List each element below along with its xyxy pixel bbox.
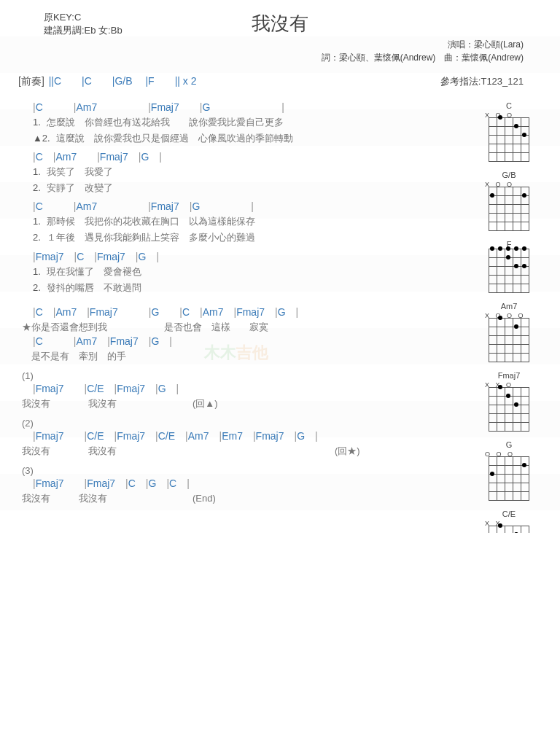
chord-diagram: G O O O	[483, 440, 534, 501]
chord-diagram: Am7X O O O	[483, 302, 534, 362]
lyric-line: 1.怎麼說 你曾經也有送花給我 說你愛我比愛自己更多	[18, 114, 472, 130]
chord-line: |Fmaj7 |C/E |Fmaj7 |G |	[18, 383, 472, 396]
chord-name: C	[483, 101, 534, 110]
chord-diagram: Fmaj7X X O	[483, 371, 534, 432]
intro-label: [前奏]	[18, 75, 44, 87]
performer: 演唱：梁心頤(Lara)	[15, 38, 524, 51]
chord-name: G/B	[483, 171, 534, 179]
chord-diagram: C/EX X	[483, 510, 534, 533]
chord-name: Am7	[483, 302, 534, 311]
lyric-line: ▲2.這麼說 說你愛我也只是個經過 心像風吹過的季節轉動	[18, 130, 472, 147]
lyric-line: 我沒有 我沒有 (End)	[18, 491, 472, 507]
lyric-line: 我沒有 我沒有 (回★)	[18, 443, 472, 459]
chord-name: C/E	[483, 510, 534, 518]
key-info: 原KEY:C	[44, 11, 122, 24]
section-number: (2)	[22, 418, 472, 429]
lyric-line: 1.現在我懂了 愛會褪色	[18, 264, 472, 280]
chord-line: |C |Am7 |Fmaj7 |G |	[18, 200, 472, 214]
chord-name: G	[483, 440, 534, 449]
chord-diagram: F	[483, 240, 534, 293]
lyric-line: 是不是有 牽別 的手	[18, 348, 472, 364]
lyric-line: ★你是否還會想到我 是否也會 這樣 寂寞	[18, 319, 472, 335]
intro-chords: ||C |C |G/B |F || x 2	[47, 75, 197, 87]
chord-name: Fmaj7	[483, 371, 534, 380]
chord-line: |Fmaj7 |C/E |Fmaj7 |C/E |Am7 |Em7 |Fmaj7…	[18, 430, 472, 443]
chord-line: |C |Am7 |Fmaj7 |G |	[18, 101, 472, 114]
chord-diagram: G/BX O O	[483, 171, 534, 231]
lyric-line: 我沒有 我沒有 (回▲)	[18, 396, 472, 412]
chord-line: |Fmaj7 |C |Fmaj7 |G |	[18, 251, 472, 264]
chord-line: |C |Am7 |Fmaj7 |G |C |Am7 |Fmaj7 |G |	[18, 306, 472, 319]
lyric-line: 1.我笑了 我愛了	[18, 164, 472, 180]
chord-line: |C |Am7 |Fmaj7 |G |	[18, 335, 472, 348]
chord-line: |Fmaj7 |Fmaj7 |C |G |C |	[18, 477, 472, 491]
lyric-line: 1.那時候 我把你的花收藏在胸口 以為這樣能保存	[18, 214, 472, 230]
lyric-line: 2.１年後 遇見你我能夠貼上笑容 多麼小心的難過	[18, 230, 472, 246]
tuning-info: 建議男調:Eb 女:Bb	[44, 24, 122, 37]
chord-line: |C |Am7 |Fmaj7 |G |	[18, 151, 472, 164]
section-number: (3)	[22, 465, 472, 476]
lyric-line: 2.安靜了 改變了	[18, 180, 472, 196]
chord-diagram: CX O O	[483, 101, 534, 162]
lyric-line: 2.發抖的嘴唇 不敢過問	[18, 280, 472, 296]
section-number: (1)	[22, 370, 472, 381]
credits: 詞：梁心頤、葉懷佩(Andrew) 曲：葉懷佩(Andrew)	[15, 51, 524, 64]
